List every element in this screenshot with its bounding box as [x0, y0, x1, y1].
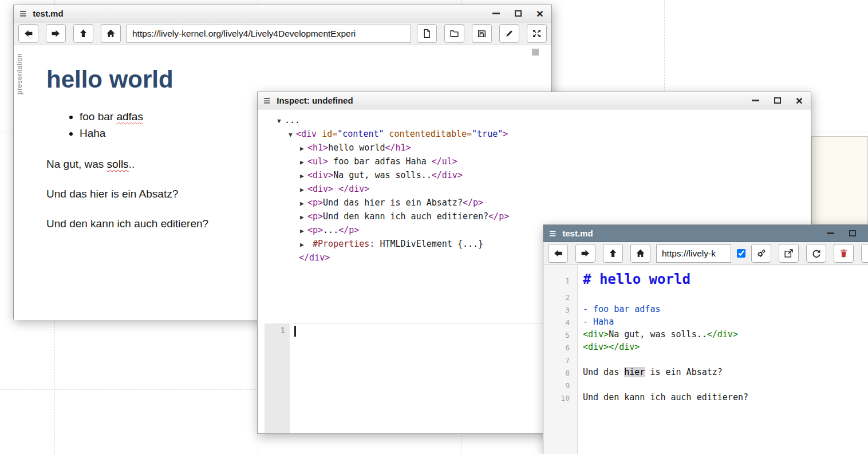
text-segment: id=	[322, 129, 337, 139]
text-segment: >	[503, 129, 508, 139]
code-content: # hello world	[578, 270, 691, 291]
text-segment: </div>	[299, 252, 330, 263]
markdown-source-window: ≡ test.md ×	[543, 224, 868, 454]
code-line[interactable]: 4- Haha	[543, 316, 868, 329]
resize-handle[interactable]	[532, 49, 539, 56]
save-button[interactable]	[472, 24, 492, 43]
text-segment: # hello world	[583, 271, 691, 287]
text-segment: foo bar	[80, 110, 116, 123]
new-file-button[interactable]	[861, 244, 868, 263]
code-line[interactable]: 6<div></div>	[543, 341, 868, 354]
maximize-icon[interactable]	[774, 97, 781, 104]
document-icon	[422, 29, 432, 38]
close-icon[interactable]: ×	[536, 7, 543, 19]
up-button[interactable]	[73, 24, 93, 43]
minimize-icon[interactable]	[752, 100, 759, 101]
window-menu-icon[interactable]: ≡	[19, 7, 26, 19]
code-line[interactable]: 10Und den kann ich auch editieren?	[543, 392, 868, 404]
text-segment: Na gut, was solls..	[333, 170, 432, 180]
line-number: 1	[265, 324, 290, 335]
text-segment: ▶	[300, 184, 307, 196]
text-segment: <div>	[307, 170, 333, 180]
arrow-up-icon	[78, 29, 88, 38]
open-external-button[interactable]	[779, 244, 799, 263]
minimize-icon[interactable]	[827, 232, 834, 234]
line-number-gutter: 1	[265, 324, 290, 433]
source-code-editor[interactable]: 1# hello world23- foo bar adfas4- Haha5<…	[543, 265, 868, 454]
inspector-node[interactable]: ▶<h1>hello world</h1>	[258, 141, 811, 155]
text-segment: "content"	[337, 129, 384, 139]
text-segment: ▶	[300, 211, 307, 224]
code-line[interactable]: 9	[543, 379, 868, 392]
text-segment: hello world	[328, 143, 385, 153]
text-segment: Und das hier is ein Absatz?	[323, 198, 463, 208]
text-segment: is ein Absatz?	[645, 367, 722, 377]
window-menu-icon[interactable]: ≡	[549, 227, 556, 239]
trash-icon	[839, 248, 849, 258]
window-titlebar[interactable]: ≡ Inspect: undefined ×	[258, 92, 811, 109]
code-lines: 1# hello world23- foo bar adfas4- Haha5<…	[543, 265, 868, 404]
new-file-button[interactable]	[417, 24, 437, 43]
window-controls: ×	[492, 7, 546, 19]
auto-update-checkbox[interactable]	[737, 249, 745, 258]
expand-button[interactable]	[527, 24, 547, 43]
reload-button[interactable]	[806, 244, 826, 263]
text-segment: </div>	[707, 329, 738, 339]
page-heading: hello world	[46, 66, 551, 93]
code-line[interactable]: 3- foo bar adfas	[543, 303, 868, 316]
text-segment: Na gut, was solls..	[609, 329, 707, 339]
window-menu-icon[interactable]: ≡	[263, 94, 270, 106]
refresh-icon	[811, 248, 821, 258]
inspector-node[interactable]: ▶<ul> foo bar adfas Haha </ul>	[258, 155, 811, 169]
code-line[interactable]: 8Und das hier is ein Absatz?	[543, 366, 868, 379]
forward-button[interactable]	[46, 24, 66, 43]
home-icon	[636, 248, 645, 258]
maximize-icon[interactable]	[515, 10, 522, 17]
url-input[interactable]	[127, 25, 411, 43]
window-titlebar[interactable]: ≡ test.md ×	[543, 225, 868, 242]
window-title: test.md	[562, 228, 593, 238]
home-button[interactable]	[101, 24, 121, 43]
inspector-node[interactable]: ▶<div> </div>	[258, 183, 811, 196]
line-number: 10	[543, 392, 578, 404]
text-segment: <div	[296, 129, 322, 139]
maximize-icon[interactable]	[849, 230, 856, 236]
text-segment: </div>	[338, 184, 369, 194]
text-segment: Haha	[80, 127, 105, 139]
inspector-node[interactable]: ▶<p>Und das hier is ein Absatz?</p>	[258, 196, 811, 210]
text-segment: Und das	[583, 367, 624, 377]
text-segment: HTMLDivElement {...}	[380, 239, 483, 249]
text-segment: ▶	[300, 170, 307, 183]
save-icon	[477, 29, 487, 38]
settings-button[interactable]	[751, 244, 771, 263]
code-line[interactable]: 1# hello world	[543, 270, 868, 291]
back-button[interactable]	[18, 24, 38, 43]
presentation-label: presentation	[15, 53, 23, 94]
minimize-icon[interactable]	[492, 13, 500, 14]
forward-button[interactable]	[575, 244, 595, 263]
window-titlebar[interactable]: ≡ test.md ×	[14, 5, 551, 22]
delete-button[interactable]	[834, 244, 854, 263]
code-line[interactable]: 2	[543, 291, 868, 303]
editor-toolbar	[543, 242, 868, 265]
inspector-node[interactable]: ▶<p>Und den kann ich auch editieren?</p>	[258, 210, 811, 224]
edit-button[interactable]	[499, 24, 519, 43]
url-input[interactable]	[656, 244, 731, 263]
text-segment: - foo bar adfas	[583, 304, 660, 314]
up-button[interactable]	[603, 244, 623, 263]
close-icon[interactable]: ×	[796, 94, 803, 106]
back-button[interactable]	[548, 244, 568, 263]
line-number: 3	[543, 303, 578, 316]
text-segment: Und das hier is ein Absatz?	[46, 188, 178, 200]
home-button[interactable]	[630, 244, 650, 263]
arrow-up-icon	[608, 248, 618, 258]
line-number: 7	[543, 354, 578, 366]
inspector-node[interactable]: ▶<div>Na gut, was solls..</div>	[258, 169, 811, 183]
inspector-node[interactable]: ▼<div id="content" contenteditable="true…	[258, 128, 811, 141]
inspector-node[interactable]: ▼...	[258, 114, 811, 128]
open-folder-button[interactable]	[444, 24, 464, 43]
code-content: - Haha	[578, 316, 614, 328]
code-line[interactable]: 7	[543, 354, 868, 366]
code-line[interactable]: 5<div>Na gut, was solls..</div>	[543, 329, 868, 341]
arrow-right-icon	[581, 248, 590, 258]
